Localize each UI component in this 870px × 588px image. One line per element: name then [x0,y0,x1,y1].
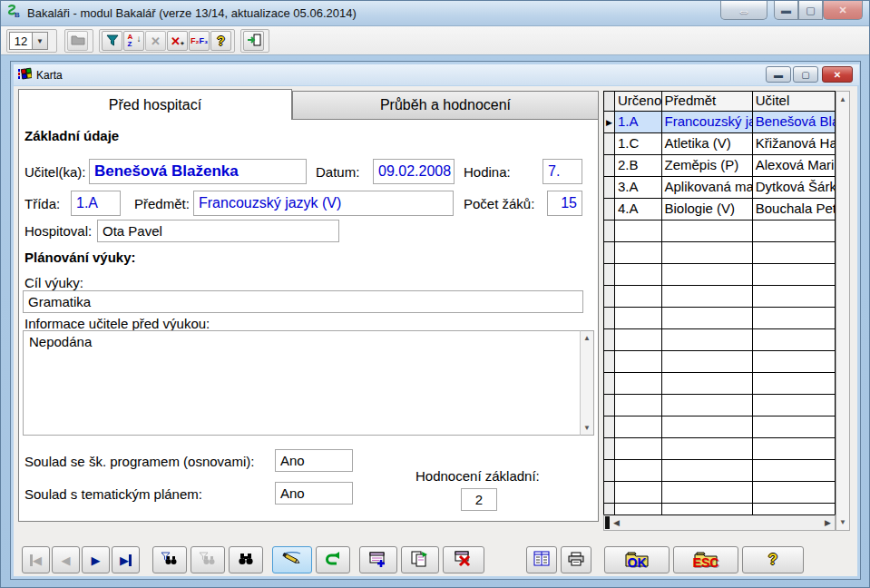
filter-button[interactable] [102,31,122,51]
table-row[interactable]: 3.A Aplikovaná ma Dytková Šárk [604,177,835,199]
row-selector[interactable] [604,286,615,308]
exit-button[interactable] [243,31,264,51]
cell-urceno[interactable]: 2.B [615,155,662,177]
predmet-field[interactable]: Francouzský jazyk (V) [193,191,454,216]
cell-ucitel[interactable]: Alexová Mari [753,155,835,177]
filter-search-button[interactable] [152,546,187,573]
edit-record-button[interactable] [272,546,312,573]
font-size-combobox[interactable]: 12 ▼ [9,32,48,50]
table-row[interactable]: 2.B Zeměpis (P) Alexová Mari [604,155,835,177]
hodina-field[interactable]: 7. [543,159,582,184]
cell-urceno[interactable] [615,416,662,438]
cell-urceno[interactable] [615,395,662,416]
scroll-up-icon[interactable]: ▲ [583,334,591,342]
cell-urceno[interactable] [615,286,662,308]
close-button[interactable]: ✕ [823,1,863,20]
cell-urceno[interactable] [615,460,662,482]
column-header-predmet[interactable]: Předmět [662,92,753,111]
cell-predmet[interactable] [662,395,753,416]
cell-urceno[interactable]: 3.A [615,177,662,199]
row-selector[interactable] [604,199,615,220]
cell-urceno[interactable]: 1.A [615,112,662,133]
row-selector[interactable] [604,395,615,416]
table-vertical-scrollbar[interactable]: ▲ ▼ [836,91,850,531]
row-selector[interactable] [604,264,615,286]
table-row[interactable] [604,416,835,438]
soulad-program-field[interactable]: Ano [275,449,353,472]
nav-next-button[interactable]: ▶ [82,546,110,573]
cell-urceno[interactable] [615,220,662,242]
scroll-right-icon[interactable]: ▶ [825,518,831,527]
row-selector[interactable] [604,373,615,395]
delete-record-button[interactable] [443,546,484,573]
hospitoval-field[interactable]: Ota Pavel [97,220,339,242]
table-row[interactable] [604,242,835,264]
cell-predmet[interactable]: Zeměpis (P) [662,155,753,177]
cell-urceno[interactable] [615,264,662,286]
pocet-zaku-field[interactable]: 15 [547,191,582,216]
sort-button[interactable]: AZ↓ [123,31,144,51]
table-row[interactable] [604,329,835,351]
cil-vyuky-field[interactable]: Gramatika [23,290,583,313]
row-selector[interactable] [604,177,615,199]
cell-urceno[interactable] [615,351,662,373]
row-selector[interactable] [604,482,615,504]
row-selector[interactable] [604,329,615,351]
table-row[interactable]: 1.C Atletika (V) Křižanová Ha [604,133,835,155]
row-selector[interactable] [604,460,615,482]
row-selector[interactable] [604,155,615,177]
cell-predmet[interactable] [662,329,753,351]
cell-ucitel[interactable] [753,351,835,373]
cell-urceno[interactable] [615,438,662,460]
cell-urceno[interactable] [615,308,662,329]
karta-minimize-button[interactable]: ▬ [766,66,791,83]
cell-ucitel[interactable] [753,329,835,351]
cell-predmet[interactable] [662,242,753,264]
resize-toggle-button[interactable]: ⇔ [720,1,767,20]
chevron-down-icon[interactable]: ▼ [33,32,48,50]
toolbar-help-button[interactable]: ? [210,31,231,51]
table-row[interactable] [604,373,835,395]
cell-ucitel[interactable]: Křižanová Ha [753,133,835,155]
soulad-plan-field[interactable]: Ano [275,482,353,505]
scroll-down-icon[interactable]: ▼ [839,518,846,526]
print-button[interactable] [561,546,591,573]
scroll-down-icon[interactable]: ▼ [583,424,591,432]
cell-predmet[interactable] [662,438,753,460]
table-horizontal-scrollbar[interactable]: ◀ ▶ [603,514,836,531]
karta-close-button[interactable]: ✕ [822,66,853,83]
ucitel-field[interactable]: Benešová Blaženka [89,159,307,184]
tab-pred-hospitaci[interactable]: Před hospitací [18,89,292,120]
karta-help-button[interactable]: ? [742,546,804,573]
cell-ucitel[interactable] [753,264,835,286]
cell-predmet[interactable] [662,482,753,504]
cell-ucitel[interactable] [753,286,835,308]
cell-predmet[interactable] [662,351,753,373]
cell-urceno[interactable] [615,373,662,395]
table-row[interactable] [604,220,835,242]
cell-ucitel[interactable] [753,242,835,264]
copy-record-button[interactable] [401,546,439,573]
cell-ucitel[interactable] [753,438,835,460]
cell-urceno[interactable] [615,482,662,504]
informace-scrollbar[interactable]: ▲ ▼ [580,330,594,436]
cell-predmet[interactable] [662,286,753,308]
table-row[interactable] [604,395,835,416]
row-selector[interactable]: ▶ [604,112,615,133]
table-row[interactable] [604,286,835,308]
row-selector[interactable] [604,416,615,438]
cell-predmet[interactable] [662,264,753,286]
table-row[interactable] [604,264,835,286]
trida-field[interactable]: 1.A [71,191,121,216]
cell-urceno[interactable] [615,242,662,264]
nav-previous-button[interactable]: ◀ [52,546,80,573]
cell-predmet[interactable]: Aplikovaná ma [662,177,753,199]
cell-urceno[interactable]: 1.C [615,133,662,155]
cell-ucitel[interactable]: Bouchala Pet [753,199,835,220]
cell-ucitel[interactable] [753,308,835,329]
cell-urceno[interactable]: 4.A [615,199,662,220]
datum-field[interactable]: 09.02.2008 [373,159,455,184]
table-row[interactable] [604,438,835,460]
scroll-up-icon[interactable]: ▲ [839,95,846,103]
cell-ucitel[interactable] [753,460,835,482]
